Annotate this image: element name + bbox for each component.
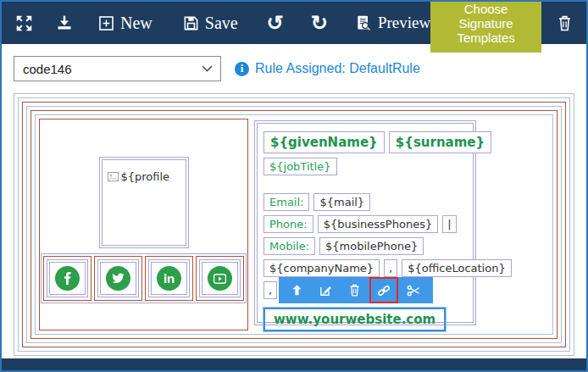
twitter-button[interactable]: [94, 256, 142, 301]
signature-editor-window: New Save ↺ ↻ Preview Choose Signature Te…: [0, 0, 588, 372]
ring-light-blue-mid: ${profile: [26, 106, 562, 343]
pipe-separator[interactable]: |: [442, 215, 456, 233]
business-phones-field[interactable]: ${businessPhones}: [318, 215, 439, 233]
given-name-field[interactable]: ${givenName}: [263, 131, 385, 153]
job-title-row: ${jobTitle}: [263, 158, 337, 175]
phone-row: Phone: ${businessPhones} |: [263, 215, 457, 233]
choose-signature-templates-button[interactable]: Choose Signature Templates: [430, 0, 541, 53]
linkedin-icon[interactable]: [157, 266, 181, 291]
signature-right-column: ${givenName} ${surname} ${jobTitle} Emai…: [254, 120, 476, 325]
template-select[interactable]: code146: [14, 56, 221, 81]
rule-assigned-text: Rule Assigned: DefaultRule: [255, 61, 420, 76]
youtube-button[interactable]: [196, 256, 244, 301]
upload-icon[interactable]: [282, 283, 311, 297]
mobile-row: Mobile: ${mobilePhone}: [263, 237, 424, 255]
website-field[interactable]: www.yourwebsite.com: [263, 308, 446, 331]
info-icon: i: [235, 62, 249, 76]
cut-icon[interactable]: [399, 284, 428, 297]
mobile-label[interactable]: Mobile:: [263, 237, 315, 255]
company-row: ${companyName} , ${officeLocation}: [263, 259, 512, 277]
link-icon[interactable]: [369, 277, 398, 303]
profile-image-placeholder[interactable]: ${profile: [99, 157, 189, 248]
new-button[interactable]: New: [98, 14, 153, 33]
email-row: Email: ${mail}: [263, 193, 370, 211]
new-icon: [98, 15, 114, 31]
ring-light-blue-inner: ${profile: [35, 114, 553, 335]
company-name-field[interactable]: ${companyName}: [263, 259, 380, 277]
email-label[interactable]: Email:: [263, 193, 309, 211]
comma-separator[interactable]: ,: [384, 259, 397, 277]
save-icon: [183, 15, 199, 31]
delete-icon[interactable]: [557, 14, 573, 32]
footer-bar: [2, 358, 586, 370]
linkedin-button[interactable]: [145, 256, 193, 301]
preview-label: Preview: [378, 14, 430, 32]
surname-field[interactable]: ${surname}: [389, 131, 491, 153]
download-icon[interactable]: [56, 14, 73, 31]
element-edit-toolbar: [279, 277, 433, 303]
undo-icon[interactable]: ↺: [267, 13, 284, 33]
preview-button[interactable]: Preview: [355, 14, 430, 32]
profile-placeholder-text: ${profile: [121, 170, 170, 183]
save-label: Save: [205, 14, 238, 33]
broken-image-icon: [108, 172, 119, 183]
office-location-field[interactable]: ${officeLocation}: [402, 259, 511, 277]
facebook-icon[interactable]: [55, 266, 80, 291]
mobile-phone-field[interactable]: ${mobilePhone}: [319, 237, 424, 255]
new-label: New: [120, 14, 153, 33]
redo-icon[interactable]: ↻: [311, 13, 328, 33]
ring-brown-outer: ${profile: [22, 102, 566, 347]
name-row: ${givenName} ${surname}: [263, 131, 491, 153]
comma-separator-2[interactable]: ,: [263, 281, 277, 299]
facebook-button[interactable]: [43, 256, 92, 301]
top-toolbar: New Save ↺ ↻ Preview Choose Signature Te…: [2, 2, 586, 44]
twitter-icon[interactable]: [106, 266, 130, 291]
mail-field[interactable]: ${mail}: [313, 193, 370, 211]
ring-light-blue-outer: ${profile: [18, 97, 570, 352]
phone-label[interactable]: Phone:: [263, 215, 313, 233]
signature-canvas[interactable]: ${profile: [14, 93, 574, 356]
preview-icon: [355, 14, 372, 32]
trash-icon[interactable]: [340, 283, 369, 297]
youtube-icon[interactable]: [208, 266, 232, 291]
chevron-down-icon: [202, 65, 213, 72]
save-button[interactable]: Save: [183, 14, 238, 33]
expand-icon[interactable]: [15, 14, 33, 32]
edit-icon[interactable]: [311, 283, 340, 297]
ring-brown-inner: ${profile: [31, 110, 557, 339]
job-title-field[interactable]: ${jobTitle}: [263, 158, 337, 175]
template-select-value: code146: [23, 62, 72, 76]
signature-left-column: ${profile: [39, 119, 248, 330]
social-icons-row: [41, 253, 247, 303]
